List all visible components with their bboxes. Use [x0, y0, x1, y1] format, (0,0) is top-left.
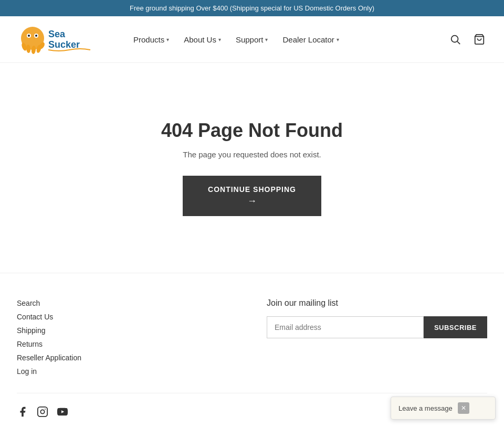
- continue-btn-arrow: →: [247, 196, 257, 207]
- svg-rect-15: [38, 407, 47, 416]
- main-content: 404 Page Not Found The page you requeste…: [0, 63, 504, 273]
- logo[interactable]: Sea Sucker: [17, 23, 106, 56]
- svg-point-8: [28, 35, 30, 37]
- footer-link-shipping[interactable]: Shipping: [17, 326, 46, 335]
- subscribe-label: SUBSCRIBE: [434, 324, 477, 331]
- footer-link-search[interactable]: Search: [17, 299, 40, 307]
- instagram-icon: [37, 406, 48, 418]
- chevron-down-icon: ▾: [265, 37, 268, 42]
- svg-line-13: [457, 41, 460, 44]
- logo-image: Sea Sucker: [17, 23, 106, 54]
- footer-link-reseller[interactable]: Reseller Application: [17, 354, 81, 362]
- list-item: Search: [17, 298, 122, 308]
- footer-link-contact[interactable]: Contact Us: [17, 313, 53, 321]
- svg-text:Sucker: Sucker: [48, 39, 80, 50]
- footer-link-returns[interactable]: Returns: [17, 340, 43, 348]
- footer-inner: Search Contact Us Shipping Returns Resel…: [17, 298, 487, 376]
- nav-about-label: About Us: [184, 35, 216, 44]
- email-form: SUBSCRIBE: [267, 316, 487, 338]
- svg-point-9: [35, 35, 37, 37]
- chevron-down-icon: ▾: [218, 37, 221, 42]
- nav-support[interactable]: Support ▾: [229, 31, 275, 48]
- nav-products-label: Products: [133, 35, 164, 44]
- facebook-icon: [17, 406, 28, 418]
- header-icons: [447, 31, 487, 47]
- email-input[interactable]: [267, 316, 424, 338]
- subscribe-button[interactable]: SUBSCRIBE: [424, 316, 487, 338]
- banner-text: Free ground shipping Over $400 (Shipping…: [130, 4, 374, 12]
- svg-point-12: [452, 36, 458, 42]
- list-item: Log in: [17, 367, 122, 376]
- error-subtitle: The page you requested does not exist.: [183, 150, 321, 159]
- footer-mailing-section: Join our mailing list SUBSCRIBE: [267, 298, 487, 376]
- footer-links-section: Search Contact Us Shipping Returns Resel…: [17, 298, 122, 376]
- main-nav: Products ▾ About Us ▾ Support ▾ Dealer L…: [127, 31, 447, 48]
- cart-icon: [474, 34, 485, 45]
- nav-dealer-label: Dealer Locator: [282, 35, 334, 44]
- youtube-link[interactable]: [57, 406, 68, 418]
- nav-about-us[interactable]: About Us ▾: [177, 31, 227, 48]
- instagram-link[interactable]: [37, 406, 48, 418]
- continue-btn-label: CONTINUE SHOPPING: [208, 185, 296, 194]
- svg-point-17: [45, 409, 46, 410]
- list-item: Reseller Application: [17, 353, 122, 362]
- svg-text:Sea: Sea: [48, 29, 66, 39]
- chat-widget[interactable]: Leave a message ✕: [391, 397, 496, 420]
- nav-support-label: Support: [236, 35, 264, 44]
- cart-button[interactable]: [471, 31, 487, 47]
- list-item: Contact Us: [17, 312, 122, 322]
- chevron-down-icon: ▾: [337, 37, 339, 42]
- footer-link-login[interactable]: Log in: [17, 367, 37, 376]
- top-banner: Free ground shipping Over $400 (Shipping…: [0, 0, 504, 16]
- facebook-link[interactable]: [17, 406, 28, 418]
- chat-label: Leave a message: [398, 404, 453, 412]
- header: Sea Sucker Products ▾ About Us ▾ Support…: [0, 16, 504, 63]
- nav-products[interactable]: Products ▾: [127, 31, 175, 48]
- error-title: 404 Page Not Found: [161, 120, 343, 142]
- nav-dealer[interactable]: Dealer Locator ▾: [276, 31, 345, 48]
- chat-close-button[interactable]: ✕: [458, 402, 469, 414]
- youtube-icon: [57, 406, 68, 418]
- list-item: Shipping: [17, 326, 122, 335]
- social-icons: [17, 406, 68, 418]
- continue-shopping-button[interactable]: CONTINUE SHOPPING →: [183, 176, 321, 216]
- close-icon: ✕: [461, 404, 466, 412]
- svg-point-16: [40, 410, 44, 413]
- chevron-down-icon: ▾: [166, 37, 169, 42]
- list-item: Returns: [17, 339, 122, 349]
- search-button[interactable]: [447, 31, 463, 47]
- search-icon: [449, 34, 461, 45]
- mailing-title: Join our mailing list: [267, 298, 487, 308]
- footer-links-list: Search Contact Us Shipping Returns Resel…: [17, 298, 122, 376]
